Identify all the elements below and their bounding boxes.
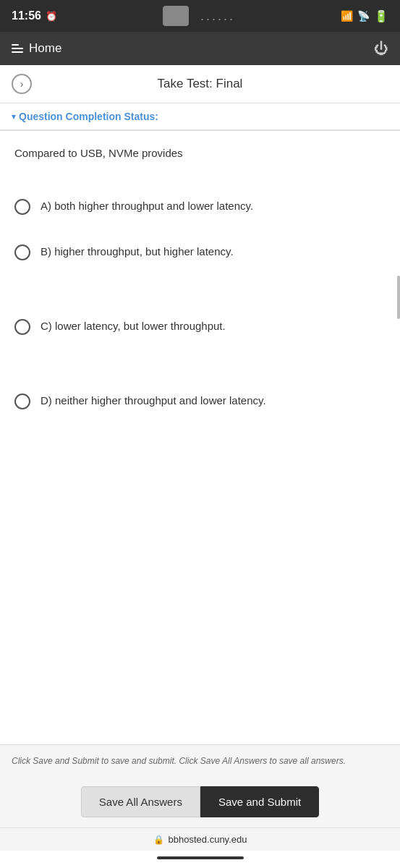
main-content: Compared to USB, NVMe provides A) both h…: [0, 131, 400, 744]
bottom-bar: [0, 851, 400, 868]
footer-info-text: Click Save and Submit to save and submit…: [12, 756, 346, 766]
status-center: ......: [163, 6, 235, 26]
footer-buttons: Save All Answers Save and Submit: [0, 776, 400, 827]
radio-button-b[interactable]: [14, 244, 30, 260]
answer-text-d: D) neither higher throughput and lower l…: [41, 393, 266, 409]
main-content-wrapper: Compared to USB, NVMe provides A) both h…: [0, 131, 400, 744]
battery-icon: 🔋: [374, 9, 388, 23]
alarm-icon: ⏰: [46, 11, 57, 22]
completion-status-label[interactable]: ▾ Question Completion Status:: [12, 111, 388, 122]
answer-text-b: B) higher throughput, but higher latency…: [41, 244, 234, 260]
status-bar: 11:56 ⏰ ...... 📶 📡 🔋: [0, 0, 400, 32]
home-indicator: [157, 856, 244, 859]
save-all-button[interactable]: Save All Answers: [81, 786, 200, 817]
chevron-small-icon: ▾: [12, 112, 16, 122]
footer-info: Click Save and Submit to save and submit…: [0, 744, 400, 776]
thumbnail-image: [163, 6, 189, 26]
page-title: Take Test: Final: [41, 77, 359, 91]
wifi-icon: 📡: [357, 10, 370, 22]
save-submit-button[interactable]: Save and Submit: [200, 786, 319, 817]
completion-status-bar[interactable]: ▾ Question Completion Status:: [0, 103, 400, 131]
scroll-indicator: [397, 276, 400, 319]
answer-option-c[interactable]: C) lower latency, but lower throughput.: [14, 275, 386, 349]
radio-button-d[interactable]: [14, 393, 30, 409]
home-label-text: Home: [29, 41, 61, 56]
menu-icon: [12, 44, 23, 53]
home-nav-item[interactable]: Home: [12, 41, 61, 56]
radio-button-a[interactable]: [14, 199, 30, 215]
status-time-group: 11:56 ⏰: [12, 9, 57, 22]
answer-option-a[interactable]: A) both higher throughput and lower late…: [14, 184, 386, 229]
page-header: › Take Test: Final: [0, 65, 400, 103]
top-nav: Home ⏻: [0, 32, 400, 65]
answer-text-c: C) lower latency, but lower throughput.: [41, 318, 226, 335]
question-text: Compared to USB, NVMe provides: [14, 145, 386, 162]
signal-icon: 📶: [341, 10, 353, 22]
answer-option-d[interactable]: D) neither higher throughput and lower l…: [14, 349, 386, 424]
radio-button-c[interactable]: [14, 319, 30, 335]
time-display: 11:56: [12, 9, 41, 22]
back-button[interactable]: ›: [12, 74, 32, 94]
chevron-right-icon: ›: [20, 78, 24, 90]
lock-icon: 🔒: [153, 835, 164, 845]
power-icon[interactable]: ⏻: [374, 41, 388, 57]
url-text: bbhosted.cuny.edu: [169, 834, 247, 845]
url-bar: 🔒 bbhosted.cuny.edu: [0, 827, 400, 851]
answer-text-a: A) both higher throughput and lower late…: [41, 198, 253, 215]
status-icons-group: 📶 📡 🔋: [341, 9, 388, 23]
status-dots: ......: [200, 9, 235, 24]
answer-option-b[interactable]: B) higher throughput, but higher latency…: [14, 229, 386, 275]
completion-status-text: Question Completion Status:: [19, 111, 158, 122]
